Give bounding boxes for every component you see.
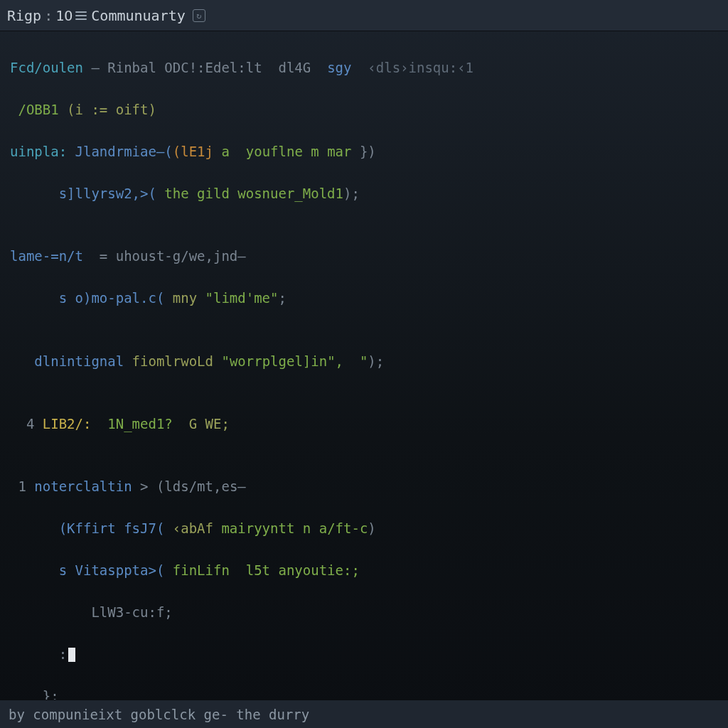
code-line: (Kffirt fsJ7( ‹abAf mairyyntt n a/ft-c) [6,518,728,539]
code-line: s Vitasppta>( finLifn l5t anyoutie:; [6,560,728,581]
code-line: s]llyrsw2,>( the gild wosnuer_Mold1); [6,183,728,204]
code-line: uinpla: Jlandrmiae—((lE1j a youflne m ma… [6,141,728,162]
app-name: Rigp [7,7,41,24]
status-text: by compunieixt goblclck ge- the durry [9,707,309,722]
editor-window: Rigp : 1O Communuarty ↻ Fcd/oulen – Rinb… [0,0,728,728]
code-line: /OBB1 (i := oift) [6,100,728,120]
titlebar: Rigp : 1O Communuarty ↻ [0,0,728,31]
title-num: 1O [55,7,73,24]
code-line: 1 noterclaltin > (lds/mt,es– [6,476,728,497]
menu-icon[interactable] [75,11,87,20]
text-cursor [68,648,75,662]
code-line: LlW3-cu:f; [6,602,728,623]
code-line: : [6,644,728,665]
title-sep: : [44,7,53,24]
code-line: lame-=n/t = uhoust-g/we,jnd– [6,246,728,267]
code-line: s o)mo-pal.c( mny "limd'me"; [6,288,728,309]
status-bar: by compunieixt goblclck ge- the durry [0,700,728,728]
run-icon[interactable]: ↻ [193,9,205,22]
code-line: Fcd/oulen – Rinbal ODC!:Edel:lt dl4G sgy… [6,58,728,78]
code-editor[interactable]: Fcd/oulen – Rinbal ODC!:Edel:lt dl4G sgy… [0,31,728,700]
code-line: 4 LIB2/: 1N_med1? G WE; [6,414,728,434]
code-line: dlnintignal fiomlrwoLd "worrplgel]in", "… [6,351,728,372]
code-line: }; [6,686,728,700]
title-section: Communuarty [91,7,185,24]
